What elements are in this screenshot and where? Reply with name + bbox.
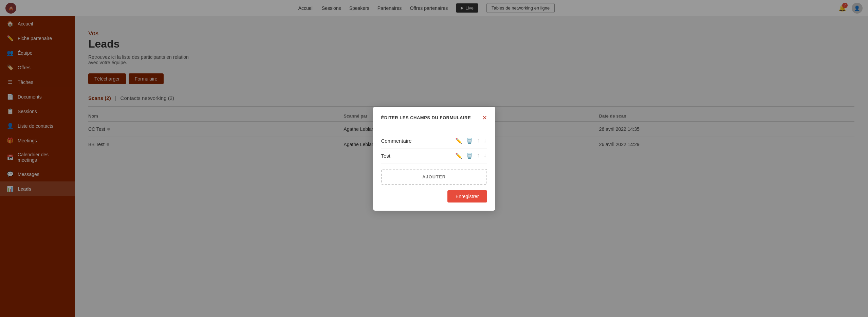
modal-close-button[interactable]: ✕ [482, 115, 487, 121]
field-label-test: Test [381, 153, 391, 159]
delete-commentaire-button[interactable]: 🗑️ [465, 137, 474, 145]
modal-overlay[interactable]: ÉDITER LES CHAMPS DU FORMULAIRE ✕ Commen… [0, 0, 868, 317]
field-actions-test: ✏️ 🗑️ ↑ ↓ [455, 152, 487, 160]
add-field-button[interactable]: AJOUTER [381, 169, 487, 185]
modal-footer: Enregistrer [381, 190, 487, 202]
move-down-commentaire-button[interactable]: ↓ [483, 137, 487, 144]
move-up-test-button[interactable]: ↑ [476, 152, 480, 159]
modal-title: ÉDITER LES CHAMPS DU FORMULAIRE [381, 115, 471, 120]
field-row-test: Test ✏️ 🗑️ ↑ ↓ [381, 148, 487, 163]
field-actions-commentaire: ✏️ 🗑️ ↑ ↓ [455, 137, 487, 145]
field-row-commentaire: Commentaire ✏️ 🗑️ ↑ ↓ [381, 134, 487, 148]
edit-commentaire-button[interactable]: ✏️ [455, 137, 463, 145]
field-label-commentaire: Commentaire [381, 138, 412, 144]
edit-test-button[interactable]: ✏️ [455, 152, 463, 160]
modal-header: ÉDITER LES CHAMPS DU FORMULAIRE ✕ [381, 115, 487, 121]
edit-form-modal: ÉDITER LES CHAMPS DU FORMULAIRE ✕ Commen… [373, 107, 495, 211]
move-up-commentaire-button[interactable]: ↑ [476, 137, 480, 144]
move-down-test-button[interactable]: ↓ [483, 152, 487, 159]
modal-divider [381, 128, 487, 128]
delete-test-button[interactable]: 🗑️ [465, 152, 474, 160]
save-button[interactable]: Enregistrer [447, 190, 487, 202]
